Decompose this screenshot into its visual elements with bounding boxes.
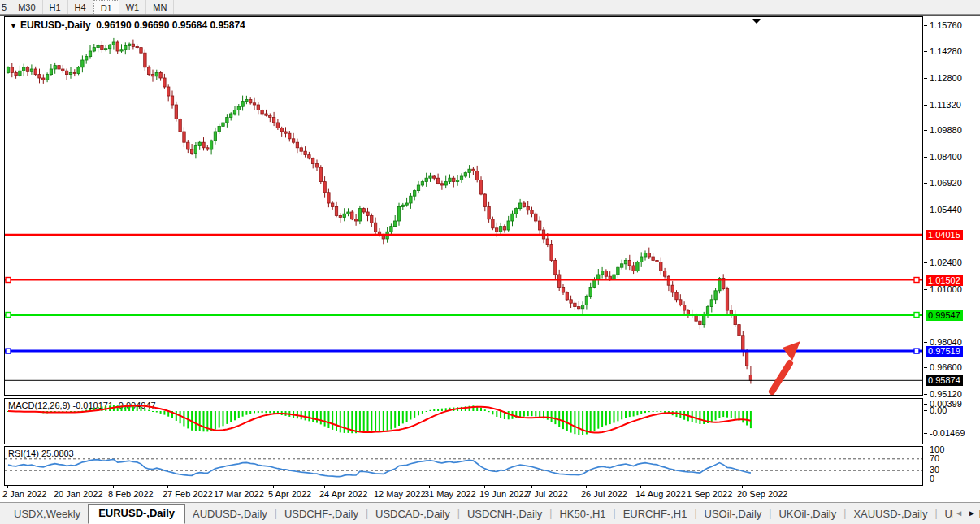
- macd-histogram-bar: [735, 411, 736, 419]
- price-badge-0.97519: 0.97519: [926, 346, 963, 357]
- hline-handle[interactable]: [914, 349, 919, 353]
- candle: [444, 182, 447, 185]
- candle: [374, 223, 376, 232]
- macd-histogram-bar: [480, 408, 482, 411]
- candle: [562, 287, 564, 292]
- hline-handle[interactable]: [6, 278, 11, 283]
- candle: [101, 45, 103, 49]
- candle: [440, 184, 443, 185]
- tab-eurchf-h1[interactable]: EURCHF-,H1: [616, 505, 695, 524]
- candle: [531, 210, 533, 214]
- candle: [19, 71, 21, 76]
- candle: [42, 78, 45, 80]
- macd-histogram-bar: [617, 411, 618, 421]
- candle: [284, 132, 287, 133]
- timeframe-button-h1[interactable]: H1: [43, 0, 68, 14]
- tab-hk50-h1[interactable]: HK50-,H1: [552, 505, 613, 524]
- date-axis: 2 Jan 202220 Jan 20228 Feb 202227 Feb 20…: [4, 486, 923, 500]
- timeframe-button-mn[interactable]: MN: [146, 0, 174, 14]
- timeframe-button-d1[interactable]: D1: [93, 0, 119, 14]
- macd-histogram-bar: [570, 411, 572, 433]
- date-axis-label: 17 Mar 2022: [214, 489, 264, 499]
- tab-scroll-left-icon[interactable]: ◄: [955, 509, 963, 518]
- candlestick-chart[interactable]: [5, 17, 922, 395]
- candle: [97, 45, 99, 47]
- timeframe-button-h4[interactable]: H4: [68, 0, 93, 14]
- candles-layer: [7, 38, 752, 384]
- candle: [745, 352, 748, 366]
- macd-chart[interactable]: [5, 399, 922, 444]
- tab-usoil-daily[interactable]: USOil-,Daily: [697, 505, 770, 524]
- macd-histogram-bar: [148, 410, 150, 411]
- candle: [738, 325, 740, 336]
- tab-scroll-right-icon[interactable]: ►: [968, 509, 976, 518]
- timeframe-button-w1[interactable]: W1: [119, 0, 147, 14]
- date-axis-label: 1 Sep 2022: [687, 489, 732, 499]
- tab-audusd-daily[interactable]: AUDUSD-,Daily: [185, 505, 275, 524]
- macd-histogram-bar: [266, 411, 267, 413]
- price-chart-pane[interactable]: ▼EURUSD-,Daily 0.96190 0.96690 0.95684 0…: [4, 16, 923, 396]
- hline-handle[interactable]: [914, 313, 919, 318]
- candle: [675, 292, 678, 300]
- macd-histogram-bar: [640, 411, 642, 414]
- rsi-line: [8, 459, 751, 476]
- tab-usdchf-daily[interactable]: USDCHF-,Daily: [277, 505, 366, 524]
- macd-histogram-bar: [195, 411, 197, 431]
- axis-tick-mark: [924, 210, 927, 210]
- candle: [26, 67, 28, 72]
- candle: [394, 221, 397, 227]
- candle: [151, 75, 154, 76]
- candle: [23, 67, 25, 71]
- candle: [703, 316, 705, 325]
- candle: [652, 257, 654, 260]
- candle: [436, 178, 439, 184]
- candle: [179, 119, 181, 132]
- candle: [300, 148, 302, 151]
- macd-histogram-bar: [441, 409, 443, 411]
- candle: [77, 67, 80, 74]
- timeframe-button-5[interactable]: 5: [0, 0, 11, 14]
- candle: [535, 214, 537, 221]
- price-axis-label: 1.02480: [930, 258, 962, 267]
- macd-pane[interactable]: MACD(12,26,9) -0.010171 -0.004947: [4, 398, 923, 444]
- candle: [230, 114, 232, 117]
- tab-usdcnh-daily[interactable]: USDCNH-,Daily: [460, 505, 549, 524]
- candle: [371, 215, 373, 223]
- tab-eurusd-daily[interactable]: EURUSD-,Daily: [88, 504, 185, 524]
- macd-histogram-bar: [219, 411, 220, 428]
- macd-histogram-bar: [324, 411, 326, 427]
- candle: [632, 266, 635, 271]
- candle: [518, 203, 521, 209]
- macd-histogram-bar: [390, 411, 392, 430]
- hline-handle[interactable]: [914, 278, 919, 283]
- tab-usdx-weekly[interactable]: USDX,Weekly: [7, 505, 88, 524]
- macd-histogram-bar: [648, 411, 650, 412]
- macd-histogram-bar: [433, 409, 435, 412]
- candle: [714, 291, 717, 300]
- candle: [663, 271, 666, 277]
- chart-shift-marker-icon[interactable]: [752, 19, 761, 24]
- hline-handle[interactable]: [6, 313, 11, 318]
- tab-xauusd-daily[interactable]: XAUUSD-,Daily: [846, 505, 934, 524]
- date-tick-mark: [167, 486, 168, 488]
- candle: [296, 142, 298, 148]
- macd-histogram-bar: [527, 411, 529, 416]
- date-axis-label: 5 Apr 2022: [268, 489, 311, 499]
- date-tick-mark: [586, 486, 587, 488]
- macd-histogram-bar: [484, 409, 486, 411]
- arrow-annotation[interactable]: [772, 341, 800, 392]
- date-axis-label: 19 Jun 2022: [479, 489, 529, 499]
- rsi-chart[interactable]: [5, 447, 922, 485]
- candle: [640, 257, 643, 262]
- candle: [226, 117, 228, 123]
- macd-histogram-bar: [375, 411, 376, 431]
- timeframe-button-m30[interactable]: M30: [11, 0, 42, 14]
- candle: [132, 44, 134, 46]
- macd-histogram-bar: [418, 411, 419, 415]
- tab-usdcad-daily[interactable]: USDCAD-,Daily: [368, 505, 457, 524]
- macd-histogram-bar: [230, 411, 232, 422]
- hline-handle[interactable]: [6, 349, 11, 353]
- tab-ukoil-daily[interactable]: UKOil-,Daily: [771, 505, 843, 524]
- rsi-pane[interactable]: RSI(14) 25.0803: [4, 446, 923, 486]
- candle: [54, 66, 56, 69]
